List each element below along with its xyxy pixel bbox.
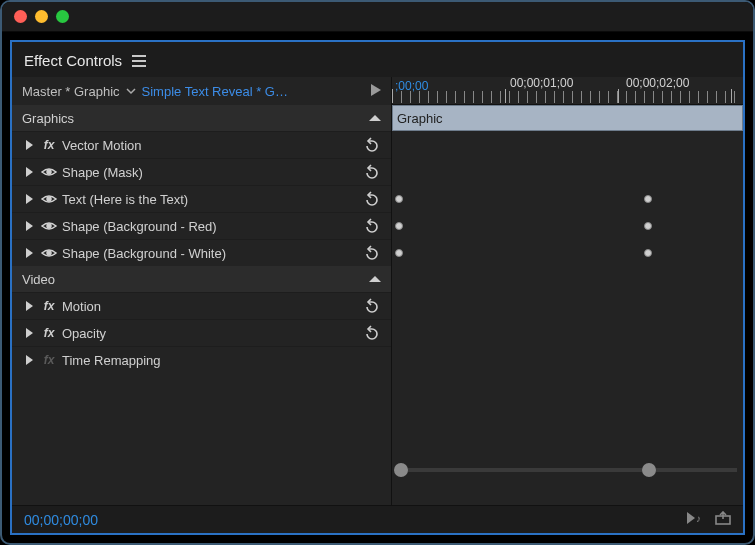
property-label: Opacity [58,326,106,341]
svg-marker-2 [26,140,33,150]
current-timecode[interactable]: 00;00;00;00 [24,512,98,528]
svg-marker-1 [369,115,381,121]
svg-marker-7 [26,221,33,231]
svg-marker-9 [26,248,33,258]
property-label: Vector Motion [58,138,142,153]
keyframe-marker[interactable] [395,249,403,257]
keyframe-marker[interactable] [395,222,403,230]
property-label: Shape (Background - White) [58,246,226,261]
svg-marker-13 [26,328,33,338]
property-row[interactable]: Shape (Background - White) [12,239,391,266]
group-header[interactable]: Graphics [12,105,391,131]
timeline-area[interactable]: Graphic [392,105,743,505]
close-icon[interactable] [14,10,27,23]
svg-point-6 [47,197,51,201]
keyframe-marker[interactable] [644,249,652,257]
visibility-eye-icon[interactable] [40,247,58,259]
chevron-down-icon[interactable] [126,84,136,99]
reset-parameter-icon[interactable] [363,325,381,341]
keyframe-marker[interactable] [644,195,652,203]
svg-point-4 [47,170,51,174]
collapse-up-icon[interactable] [369,111,381,126]
reset-parameter-icon[interactable] [363,245,381,261]
svg-marker-15 [687,512,695,524]
keyframe-marker[interactable] [644,222,652,230]
visibility-eye-icon[interactable] [40,193,58,205]
property-list: Graphics fx Vector Motion Shape (Mask) T… [12,105,391,505]
clip-breadcrumb: Master * Graphic Simple Text Reveal * G… [12,77,391,105]
svg-marker-3 [26,167,33,177]
property-row[interactable]: Text (Here is the Text) [12,185,391,212]
ruler-label: 00;00;01;00 [510,76,573,90]
app-window: Effect Controls Master * Graphic Simple … [0,0,755,545]
panel-header: Effect Controls [12,42,743,77]
svg-marker-0 [371,84,381,96]
property-row[interactable]: fx Vector Motion [12,131,391,158]
reset-parameter-icon[interactable] [363,191,381,207]
property-label: Motion [58,299,101,314]
clip-bar[interactable]: Graphic [392,105,743,131]
ruler-label: 00;00;02;00 [626,76,689,90]
export-frame-icon[interactable] [715,511,731,528]
disclosure-right-icon[interactable] [26,138,40,153]
disclosure-right-icon[interactable] [26,353,40,368]
master-clip-label[interactable]: Master * Graphic [22,84,120,99]
disclosure-right-icon[interactable] [26,192,40,207]
fx-badge-icon: fx [40,353,58,367]
property-row[interactable]: Shape (Mask) [12,158,391,185]
collapse-up-icon[interactable] [369,272,381,287]
time-ruler[interactable]: ;00;00 00;00;01;00 00;00;02;00 [392,77,743,105]
zoom-handle-right[interactable] [642,463,656,477]
svg-point-10 [47,251,51,255]
panel-menu-icon[interactable] [132,55,146,67]
mac-titlebar [2,2,753,32]
ruler-ticks [392,91,743,103]
property-label: Shape (Background - Red) [58,219,217,234]
timeline-column: ;00;00 00;00;01;00 00;00;02;00 Graphic [392,77,743,505]
group-label: Video [22,272,55,287]
property-row[interactable]: fx Time Remapping [12,346,391,373]
svg-marker-5 [26,194,33,204]
disclosure-right-icon[interactable] [26,246,40,261]
svg-point-8 [47,224,51,228]
property-label: Time Remapping [58,353,161,368]
disclosure-right-icon[interactable] [26,326,40,341]
visibility-eye-icon[interactable] [40,166,58,178]
svg-text:♪: ♪ [696,513,701,524]
svg-marker-14 [26,355,33,365]
visibility-eye-icon[interactable] [40,220,58,232]
property-row[interactable]: Shape (Background - Red) [12,212,391,239]
panel-footer: 00;00;00;00 ♪ [12,505,743,533]
svg-marker-11 [369,276,381,282]
zoom-icon[interactable] [56,10,69,23]
disclosure-right-icon[interactable] [26,219,40,234]
group-label: Graphics [22,111,74,126]
panel-title: Effect Controls [24,52,122,69]
property-label: Text (Here is the Text) [58,192,188,207]
play-icon[interactable] [371,84,381,99]
svg-marker-12 [26,301,33,311]
timeline-zoom-scrollbar[interactable] [392,463,743,477]
fx-badge-icon: fx [40,299,58,313]
keyframe-marker[interactable] [395,195,403,203]
disclosure-right-icon[interactable] [26,299,40,314]
disclosure-right-icon[interactable] [26,165,40,180]
toggle-playback-icon[interactable]: ♪ [687,511,703,528]
fx-badge-icon: fx [40,326,58,340]
property-row[interactable]: fx Opacity [12,319,391,346]
minimize-icon[interactable] [35,10,48,23]
group-header[interactable]: Video [12,266,391,292]
reset-parameter-icon[interactable] [363,137,381,153]
reset-parameter-icon[interactable] [363,218,381,234]
property-label: Shape (Mask) [58,165,143,180]
reset-parameter-icon[interactable] [363,164,381,180]
property-column: Master * Graphic Simple Text Reveal * G…… [12,77,392,505]
zoom-handle-left[interactable] [394,463,408,477]
sequence-clip-label[interactable]: Simple Text Reveal * G… [142,84,288,99]
property-row[interactable]: fx Motion [12,292,391,319]
fx-badge-icon: fx [40,138,58,152]
clip-bar-label: Graphic [397,111,443,126]
effect-controls-panel: Effect Controls Master * Graphic Simple … [10,40,745,535]
reset-parameter-icon[interactable] [363,298,381,314]
